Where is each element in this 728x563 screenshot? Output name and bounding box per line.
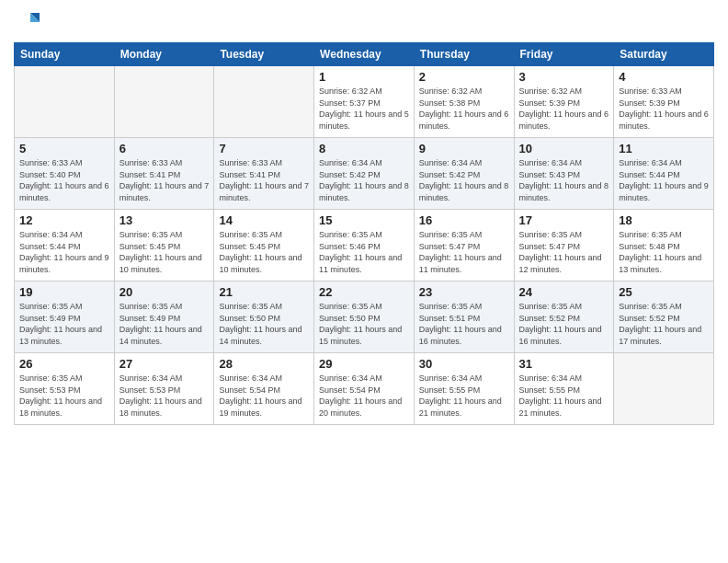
day-number: 5 [19, 142, 109, 155]
day-info: Sunrise: 6:35 AMSunset: 5:49 PMDaylight:… [19, 301, 109, 347]
calendar-cell: 28Sunrise: 6:34 AMSunset: 5:54 PMDayligh… [214, 353, 314, 425]
weekday-thursday: Thursday [414, 43, 514, 66]
day-number: 6 [119, 142, 210, 155]
day-info: Sunrise: 6:34 AMSunset: 5:53 PMDaylight:… [119, 373, 210, 419]
calendar-cell: 21Sunrise: 6:35 AMSunset: 5:50 PMDayligh… [214, 282, 314, 353]
calendar-cell: 19Sunrise: 6:35 AMSunset: 5:49 PMDayligh… [15, 282, 115, 353]
day-info: Sunrise: 6:35 AMSunset: 5:50 PMDaylight:… [219, 301, 309, 347]
week-row-3: 12Sunrise: 6:34 AMSunset: 5:44 PMDayligh… [15, 210, 714, 282]
day-info: Sunrise: 6:35 AMSunset: 5:49 PMDaylight:… [119, 301, 210, 347]
calendar-cell: 10Sunrise: 6:34 AMSunset: 5:43 PMDayligh… [514, 138, 614, 210]
day-number: 18 [619, 213, 709, 227]
day-info: Sunrise: 6:35 AMSunset: 5:53 PMDaylight:… [19, 373, 109, 419]
day-number: 20 [119, 285, 210, 299]
weekday-tuesday: Tuesday [214, 43, 314, 66]
day-number: 1 [319, 70, 409, 84]
calendar-cell: 5Sunrise: 6:33 AMSunset: 5:40 PMDaylight… [15, 138, 115, 210]
day-info: Sunrise: 6:35 AMSunset: 5:48 PMDaylight:… [619, 229, 709, 275]
day-number: 2 [419, 70, 509, 84]
calendar-cell: 31Sunrise: 6:34 AMSunset: 5:55 PMDayligh… [514, 353, 614, 425]
weekday-saturday: Saturday [614, 43, 714, 66]
calendar-cell: 7Sunrise: 6:33 AMSunset: 5:41 PMDaylight… [214, 138, 314, 210]
day-number: 24 [519, 285, 609, 299]
day-number: 19 [19, 285, 109, 299]
day-number: 21 [219, 285, 309, 299]
calendar-cell: 9Sunrise: 6:34 AMSunset: 5:42 PMDaylight… [414, 138, 514, 210]
calendar-cell: 30Sunrise: 6:34 AMSunset: 5:55 PMDayligh… [414, 353, 514, 425]
day-number: 12 [19, 213, 109, 227]
calendar-cell: 8Sunrise: 6:34 AMSunset: 5:42 PMDaylight… [314, 138, 415, 210]
day-info: Sunrise: 6:33 AMSunset: 5:40 PMDaylight:… [19, 157, 109, 203]
calendar-cell [15, 66, 115, 138]
calendar-cell: 6Sunrise: 6:33 AMSunset: 5:41 PMDaylight… [114, 138, 214, 210]
week-row-2: 5Sunrise: 6:33 AMSunset: 5:40 PMDaylight… [15, 138, 714, 210]
day-number: 11 [619, 142, 709, 155]
calendar-cell: 27Sunrise: 6:34 AMSunset: 5:53 PMDayligh… [114, 353, 214, 425]
day-number: 7 [219, 142, 309, 155]
day-number: 31 [519, 357, 609, 371]
day-info: Sunrise: 6:34 AMSunset: 5:54 PMDaylight:… [219, 373, 309, 419]
day-info: Sunrise: 6:35 AMSunset: 5:52 PMDaylight:… [519, 301, 609, 347]
day-number: 29 [319, 357, 409, 371]
day-info: Sunrise: 6:35 AMSunset: 5:47 PMDaylight:… [519, 229, 609, 275]
calendar-cell [114, 66, 214, 138]
day-number: 4 [619, 70, 709, 84]
calendar-cell: 11Sunrise: 6:34 AMSunset: 5:44 PMDayligh… [614, 138, 714, 210]
calendar-cell: 18Sunrise: 6:35 AMSunset: 5:48 PMDayligh… [614, 210, 714, 282]
day-info: Sunrise: 6:33 AMSunset: 5:41 PMDaylight:… [219, 157, 309, 203]
day-info: Sunrise: 6:35 AMSunset: 5:50 PMDaylight:… [319, 301, 409, 347]
day-info: Sunrise: 6:34 AMSunset: 5:42 PMDaylight:… [319, 157, 409, 203]
calendar-cell: 16Sunrise: 6:35 AMSunset: 5:47 PMDayligh… [414, 210, 514, 282]
week-row-1: 1Sunrise: 6:32 AMSunset: 5:37 PMDaylight… [15, 66, 714, 138]
calendar-cell: 12Sunrise: 6:34 AMSunset: 5:44 PMDayligh… [15, 210, 115, 282]
day-number: 15 [319, 213, 409, 227]
logo-icon [14, 9, 40, 35]
weekday-header-row: SundayMondayTuesdayWednesdayThursdayFrid… [15, 43, 714, 66]
calendar-cell: 13Sunrise: 6:35 AMSunset: 5:45 PMDayligh… [114, 210, 214, 282]
calendar-cell: 25Sunrise: 6:35 AMSunset: 5:52 PMDayligh… [614, 282, 714, 353]
day-info: Sunrise: 6:35 AMSunset: 5:45 PMDaylight:… [119, 229, 210, 275]
day-number: 13 [119, 213, 210, 227]
weekday-monday: Monday [114, 43, 214, 66]
day-info: Sunrise: 6:35 AMSunset: 5:47 PMDaylight:… [419, 229, 509, 275]
day-info: Sunrise: 6:34 AMSunset: 5:54 PMDaylight:… [319, 373, 409, 419]
calendar: SundayMondayTuesdayWednesdayThursdayFrid… [14, 42, 714, 425]
calendar-cell: 20Sunrise: 6:35 AMSunset: 5:49 PMDayligh… [114, 282, 214, 353]
day-number: 22 [319, 285, 409, 299]
day-number: 27 [119, 357, 210, 371]
calendar-cell: 15Sunrise: 6:35 AMSunset: 5:46 PMDayligh… [314, 210, 415, 282]
header [14, 9, 714, 35]
day-number: 3 [519, 70, 609, 84]
calendar-cell: 22Sunrise: 6:35 AMSunset: 5:50 PMDayligh… [314, 282, 415, 353]
day-number: 8 [319, 142, 409, 155]
weekday-wednesday: Wednesday [314, 43, 415, 66]
logo [14, 9, 43, 35]
day-number: 9 [419, 142, 509, 155]
calendar-cell: 4Sunrise: 6:33 AMSunset: 5:39 PMDaylight… [614, 66, 714, 138]
weekday-friday: Friday [514, 43, 614, 66]
day-number: 16 [419, 213, 509, 227]
day-info: Sunrise: 6:35 AMSunset: 5:51 PMDaylight:… [419, 301, 509, 347]
day-info: Sunrise: 6:32 AMSunset: 5:39 PMDaylight:… [519, 86, 609, 132]
day-info: Sunrise: 6:33 AMSunset: 5:39 PMDaylight:… [619, 86, 709, 132]
day-info: Sunrise: 6:33 AMSunset: 5:41 PMDaylight:… [119, 157, 210, 203]
day-number: 14 [219, 213, 309, 227]
day-number: 26 [19, 357, 109, 371]
day-number: 28 [219, 357, 309, 371]
day-info: Sunrise: 6:34 AMSunset: 5:44 PMDaylight:… [19, 229, 109, 275]
calendar-cell: 24Sunrise: 6:35 AMSunset: 5:52 PMDayligh… [514, 282, 614, 353]
calendar-cell: 17Sunrise: 6:35 AMSunset: 5:47 PMDayligh… [514, 210, 614, 282]
day-info: Sunrise: 6:34 AMSunset: 5:55 PMDaylight:… [519, 373, 609, 419]
week-row-5: 26Sunrise: 6:35 AMSunset: 5:53 PMDayligh… [15, 353, 714, 425]
calendar-cell: 3Sunrise: 6:32 AMSunset: 5:39 PMDaylight… [514, 66, 614, 138]
calendar-cell: 26Sunrise: 6:35 AMSunset: 5:53 PMDayligh… [15, 353, 115, 425]
day-info: Sunrise: 6:35 AMSunset: 5:45 PMDaylight:… [219, 229, 309, 275]
calendar-cell: 29Sunrise: 6:34 AMSunset: 5:54 PMDayligh… [314, 353, 415, 425]
calendar-cell: 23Sunrise: 6:35 AMSunset: 5:51 PMDayligh… [414, 282, 514, 353]
calendar-cell [214, 66, 314, 138]
day-info: Sunrise: 6:32 AMSunset: 5:38 PMDaylight:… [419, 86, 509, 132]
calendar-cell [614, 353, 714, 425]
week-row-4: 19Sunrise: 6:35 AMSunset: 5:49 PMDayligh… [15, 282, 714, 353]
day-number: 10 [519, 142, 609, 155]
day-info: Sunrise: 6:35 AMSunset: 5:46 PMDaylight:… [319, 229, 409, 275]
